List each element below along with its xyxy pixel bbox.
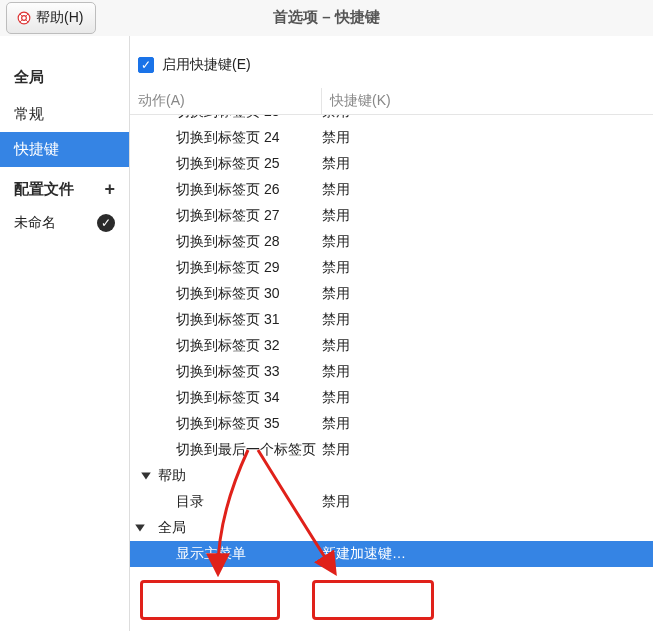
enable-shortcuts-checkbox[interactable]: ✓ <box>138 57 154 73</box>
row-action: 切换到标签页 30 <box>176 285 322 303</box>
row-shortcut: 禁用 <box>322 233 653 251</box>
row-action: 切换到标签页 24 <box>176 129 322 147</box>
table-row[interactable]: 切换到标签页 25禁用 <box>130 151 653 177</box>
tree-group[interactable]: 帮助 <box>130 463 653 489</box>
table-row[interactable]: 切换到标签页 30禁用 <box>130 281 653 307</box>
row-shortcut: 禁用 <box>322 415 653 433</box>
table-row[interactable]: 切换到标签页 26禁用 <box>130 177 653 203</box>
column-headers: 动作(A) 快捷键(K) <box>130 88 653 115</box>
row-shortcut: 禁用 <box>322 285 653 303</box>
table-row[interactable]: 切换到标签页 28禁用 <box>130 229 653 255</box>
sidebar-item-general[interactable]: 常规 <box>0 97 129 132</box>
row-action: 切换到标签页 27 <box>176 207 322 225</box>
profile-name: 未命名 <box>14 214 56 232</box>
table-row[interactable]: 切换到标签页 34禁用 <box>130 385 653 411</box>
row-shortcut: 禁用 <box>322 493 653 511</box>
window-title: 首选项 – 快捷键 <box>0 8 653 27</box>
svg-point-1 <box>22 16 27 21</box>
row-shortcut: 新建加速键… <box>322 545 653 563</box>
row-action: 目录 <box>176 493 322 511</box>
row-action: 切换到标签页 35 <box>176 415 322 433</box>
default-profile-icon: ✓ <box>97 214 115 232</box>
table-row[interactable]: 切换到标签页 32禁用 <box>130 333 653 359</box>
row-shortcut: 禁用 <box>322 115 653 121</box>
enable-shortcuts-label: 启用快捷键(E) <box>162 56 251 74</box>
table-row[interactable]: 切换到最后一个标签页禁用 <box>130 437 653 463</box>
row-action: 切换到标签页 33 <box>176 363 322 381</box>
row-action: 切换到标签页 25 <box>176 155 322 173</box>
row-shortcut: 禁用 <box>322 155 653 173</box>
row-shortcut: 禁用 <box>322 337 653 355</box>
table-row[interactable]: 切换到标签页 24禁用 <box>130 125 653 151</box>
row-shortcut: 禁用 <box>322 311 653 329</box>
row-shortcut: 禁用 <box>322 441 653 459</box>
shortcut-tree[interactable]: 切换到标签页 23禁用切换到标签页 24禁用切换到标签页 25禁用切换到标签页 … <box>130 115 653 595</box>
sidebar-profiles-header: 配置文件 + <box>0 167 129 204</box>
enable-shortcuts-row: ✓ 启用快捷键(E) <box>130 36 653 88</box>
table-row[interactable]: 切换到标签页 29禁用 <box>130 255 653 281</box>
row-action: 切换到标签页 31 <box>176 311 322 329</box>
sidebar-item-global[interactable]: 全局 <box>0 58 129 97</box>
group-label: 全局 <box>158 519 322 537</box>
row-action: 切换到标签页 32 <box>176 337 322 355</box>
row-action: 切换到标签页 23 <box>176 115 322 121</box>
row-action: 切换到标签页 26 <box>176 181 322 199</box>
sidebar-item-shortcuts[interactable]: 快捷键 <box>0 132 129 167</box>
row-shortcut: 禁用 <box>322 389 653 407</box>
content-pane: ✓ 启用快捷键(E) 动作(A) 快捷键(K) 切换到标签页 23禁用切换到标签… <box>130 36 653 631</box>
sidebar-profiles-label: 配置文件 <box>14 180 74 199</box>
table-row[interactable]: 显示主菜单新建加速键… <box>130 541 653 567</box>
sidebar: 全局 常规 快捷键 配置文件 + 未命名 ✓ <box>0 36 130 631</box>
group-label: 帮助 <box>158 467 322 485</box>
table-row[interactable]: 切换到标签页 31禁用 <box>130 307 653 333</box>
sidebar-profile-item[interactable]: 未命名 ✓ <box>0 204 129 242</box>
table-row[interactable]: 切换到标签页 33禁用 <box>130 359 653 385</box>
column-action[interactable]: 动作(A) <box>130 88 322 114</box>
row-shortcut: 禁用 <box>322 181 653 199</box>
row-shortcut: 禁用 <box>322 259 653 277</box>
row-action: 切换到最后一个标签页 <box>176 441 322 459</box>
row-shortcut: 禁用 <box>322 129 653 147</box>
row-action: 切换到标签页 34 <box>176 389 322 407</box>
help-menu-button[interactable]: 帮助(H) <box>6 2 96 34</box>
tree-group[interactable]: 全局 <box>130 515 653 541</box>
help-menu-label: 帮助(H) <box>36 9 83 27</box>
lifebuoy-icon <box>17 11 31 25</box>
row-shortcut: 禁用 <box>322 207 653 225</box>
row-action: 切换到标签页 29 <box>176 259 322 277</box>
table-row[interactable]: 切换到标签页 35禁用 <box>130 411 653 437</box>
row-shortcut: 禁用 <box>322 363 653 381</box>
row-action: 切换到标签页 28 <box>176 233 322 251</box>
column-shortcut[interactable]: 快捷键(K) <box>322 88 653 114</box>
table-row[interactable]: 切换到标签页 23禁用 <box>130 115 653 125</box>
table-row[interactable]: 目录禁用 <box>130 489 653 515</box>
row-action: 显示主菜单 <box>176 545 322 563</box>
table-row[interactable]: 切换到标签页 27禁用 <box>130 203 653 229</box>
add-profile-button[interactable]: + <box>104 179 115 200</box>
